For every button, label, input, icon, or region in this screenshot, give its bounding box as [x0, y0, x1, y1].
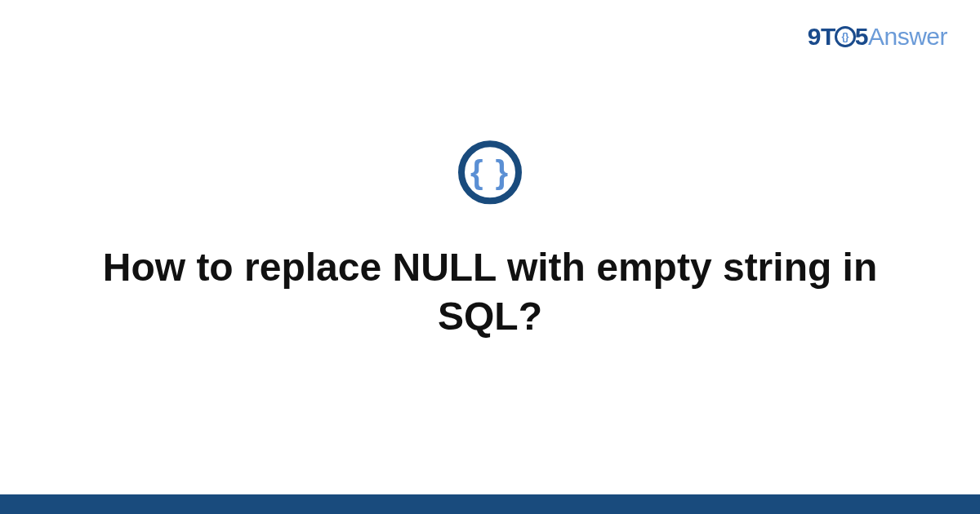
brand-text-5: 5: [855, 23, 868, 50]
code-braces-icon: { }: [458, 140, 522, 204]
brand-logo: 9T{}5Answer: [808, 23, 947, 51]
brand-circle-inner-glyph: {}: [842, 32, 849, 42]
brand-circle-o: {}: [835, 26, 856, 47]
question-title: How to replace NULL with empty string in…: [0, 243, 980, 341]
braces-glyph: { }: [470, 156, 510, 188]
brand-text-9t: 9T: [808, 23, 835, 50]
footer-bar: [0, 494, 980, 514]
main-content: { } How to replace NULL with empty strin…: [0, 140, 980, 341]
brand-text-answer: Answer: [868, 23, 947, 50]
